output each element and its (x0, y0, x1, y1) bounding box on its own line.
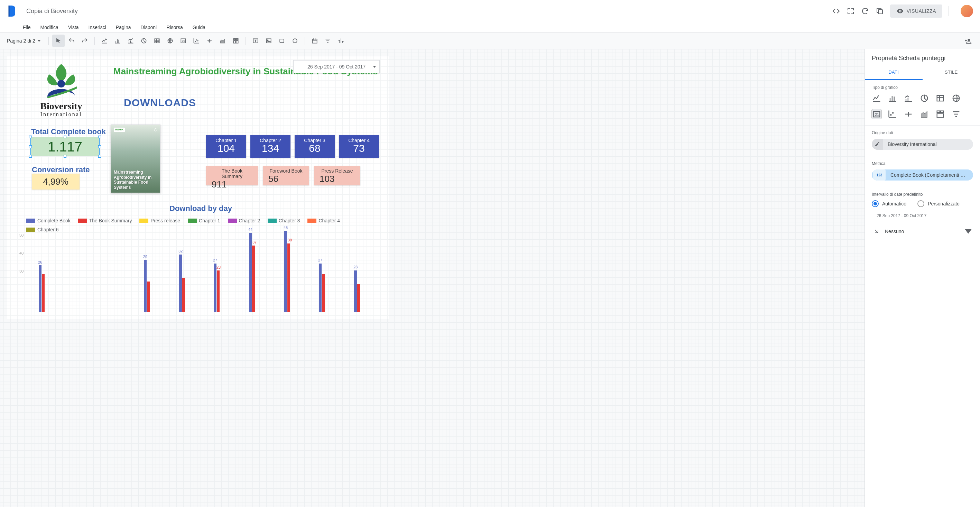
data-control-icon[interactable] (335, 35, 347, 47)
conversion-rate-label[interactable]: Conversion rate (32, 165, 90, 174)
conversion-rate-scorecard[interactable]: 4,99% (32, 173, 80, 189)
menu-modifica[interactable]: Modifica (40, 25, 59, 30)
legend-item[interactable]: Chapter 4 (307, 218, 340, 223)
resize-handle[interactable] (29, 155, 32, 158)
undo-icon[interactable] (65, 35, 78, 47)
time-chart-icon[interactable] (872, 94, 881, 103)
time-chart-icon[interactable] (98, 35, 111, 47)
comparison-dropdown[interactable]: Nessuno (872, 226, 973, 237)
legend-item[interactable]: Chapter 1 (188, 218, 220, 223)
bullet-chart-icon[interactable] (904, 109, 913, 119)
geo-chart-icon[interactable] (164, 35, 177, 47)
pivot-chart-icon[interactable] (230, 35, 242, 47)
legend-item[interactable]: Complete Book (26, 218, 70, 223)
chapter-1-tile[interactable]: Chapter 1104 (206, 135, 246, 158)
add-people-icon[interactable] (962, 35, 974, 47)
redo-icon[interactable] (78, 35, 91, 47)
area-chart-icon[interactable] (216, 35, 229, 47)
legend-item[interactable]: Chapter 3 (268, 218, 300, 223)
top-bar: Copia di Bioversity VISUALIZZA (0, 0, 980, 22)
geo-chart-icon[interactable] (951, 94, 961, 103)
press-release-tile[interactable]: Press Release103 (314, 166, 360, 185)
pie-chart-icon[interactable] (920, 94, 929, 103)
code-icon[interactable] (832, 7, 840, 15)
svg-text:International: International (40, 111, 82, 117)
menu-pagina[interactable]: Pagina (116, 25, 131, 30)
table-chart-icon[interactable] (151, 35, 163, 47)
document-title[interactable]: Copia di Bioversity (26, 8, 78, 15)
legend-item[interactable]: Chapter 2 (228, 218, 260, 223)
pie-chart-icon[interactable] (138, 35, 150, 47)
pencil-icon[interactable] (872, 139, 883, 150)
menu-disponi[interactable]: Disponi (141, 25, 157, 30)
fullscreen-icon[interactable] (846, 7, 855, 15)
scatter-chart-icon[interactable] (190, 35, 203, 47)
chapter-4-tile[interactable]: Chapter 473 (339, 135, 379, 158)
bullet-chart-icon[interactable] (203, 35, 216, 47)
combo-chart-icon[interactable] (904, 94, 913, 103)
pivot-chart-icon[interactable] (935, 109, 945, 119)
app-logo[interactable] (7, 4, 21, 18)
resize-handle[interactable] (29, 145, 32, 148)
scorecard-chart-icon[interactable]: 21 (872, 109, 881, 119)
bar-chart[interactable]: 50 40 30 26 29 32 27 23 44 37 45 38 (19, 229, 379, 312)
downloads-heading[interactable]: DOWNLOADS (124, 97, 196, 109)
chapter-3-tile[interactable]: Chapter 368 (294, 135, 335, 158)
tab-stile[interactable]: STILE (923, 65, 980, 80)
menu-inserisci[interactable]: Inserisci (89, 25, 106, 30)
metric-chip[interactable]: 123 Complete Book (Completamenti … (872, 170, 973, 181)
resize-handle[interactable] (98, 155, 101, 158)
area-chart-icon[interactable] (920, 109, 929, 119)
scatter-chart-icon[interactable] (888, 109, 897, 119)
chapter-2-tile[interactable]: Chapter 2134 (250, 135, 291, 158)
svg-rect-16 (280, 39, 284, 43)
copy-icon[interactable] (875, 7, 884, 15)
data-source-chip[interactable]: Bioversity International (872, 139, 973, 150)
chart-title[interactable]: Download by day (169, 204, 232, 213)
menu-file[interactable]: File (23, 25, 31, 30)
user-avatar[interactable] (961, 5, 973, 17)
image-icon[interactable] (262, 35, 275, 47)
book-cover-image[interactable]: INDEX⬡ Mainstreaming Agrobiodiversity in… (111, 124, 161, 193)
menu-risorsa[interactable]: Risorsa (166, 25, 183, 30)
total-book-scorecard[interactable]: 1.117 (30, 137, 100, 156)
resize-handle[interactable] (64, 155, 67, 158)
circle-icon[interactable] (289, 35, 301, 47)
resize-handle[interactable] (29, 135, 32, 138)
resize-handle[interactable] (64, 135, 67, 138)
legend-item[interactable]: Press release (139, 218, 180, 223)
page-selector[interactable]: Pagina 2 di 2 (6, 38, 45, 44)
canvas-scroll[interactable]: Bioversity International Mainstreaming A… (0, 49, 864, 507)
toolbar: Pagina 2 di 2 21 (0, 32, 980, 49)
rectangle-icon[interactable] (275, 35, 288, 47)
resize-handle[interactable] (98, 145, 101, 148)
table-chart-icon[interactable] (935, 94, 945, 103)
filter-icon[interactable] (321, 35, 334, 47)
view-button[interactable]: VISUALIZZA (890, 5, 942, 17)
book-summary-tile[interactable]: The Book Summary911 (206, 166, 258, 185)
text-icon[interactable] (249, 35, 262, 47)
resize-handle[interactable] (98, 135, 101, 138)
date-range-control[interactable]: 26 Sep 2017 - 09 Oct 2017 (293, 60, 380, 73)
legend-item[interactable]: The Book Summary (78, 218, 132, 223)
tab-dati[interactable]: DATI (865, 65, 923, 80)
refresh-icon[interactable] (861, 7, 869, 15)
filter-chart-icon[interactable] (951, 109, 961, 119)
date-range-icon[interactable] (309, 35, 321, 47)
foreword-tile[interactable]: Foreword Book56 (263, 166, 309, 185)
bar-chart-icon[interactable] (111, 35, 124, 47)
bar-chart-icon[interactable] (888, 94, 897, 103)
menu-vista[interactable]: Vista (68, 25, 79, 30)
svg-rect-31 (937, 114, 944, 118)
menu-guida[interactable]: Guida (192, 25, 205, 30)
separator (48, 37, 49, 45)
section-label: Origine dati (872, 130, 973, 135)
scorecard-chart-icon[interactable]: 21 (177, 35, 189, 47)
combo-chart-icon[interactable] (124, 35, 137, 47)
report-canvas[interactable]: Bioversity International Mainstreaming A… (7, 56, 389, 319)
bioversity-logo[interactable]: Bioversity International (29, 62, 94, 121)
total-book-label[interactable]: Total Complete book (31, 127, 106, 136)
select-tool-icon[interactable] (52, 35, 65, 47)
radio-automatico[interactable]: Automatico (872, 200, 906, 207)
radio-personalizzato[interactable]: Personalizzato (917, 200, 959, 207)
